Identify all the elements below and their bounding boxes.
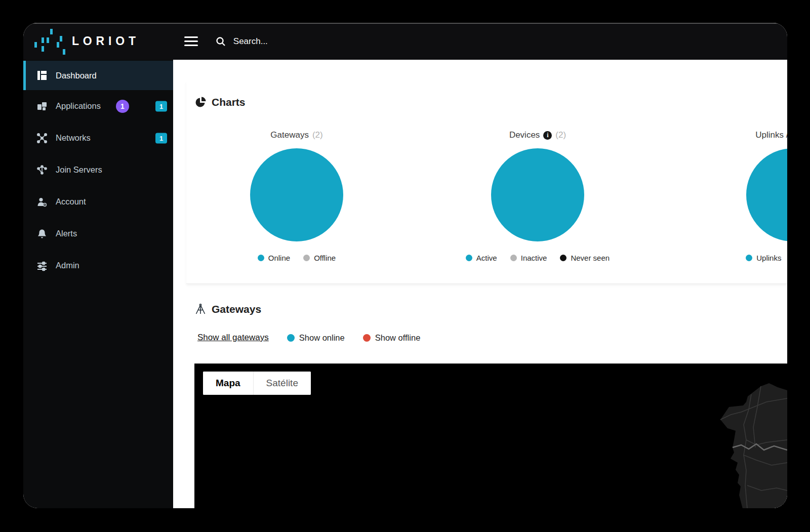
chart-title: Gateways(2) bbox=[270, 130, 322, 141]
search-box[interactable] bbox=[215, 36, 366, 47]
pie-chart-icon bbox=[194, 96, 207, 108]
sidebar-item-networks[interactable]: Networks1 bbox=[23, 122, 173, 154]
charts-panel: Charts Gateways(2)OnlineOfflineDevicesi(… bbox=[186, 81, 787, 284]
chart-uplinks-downlinks: Uplinks / DownlinksUplinksDownlinks bbox=[717, 130, 787, 262]
sidebar-item-label: Admin bbox=[56, 261, 79, 270]
search-input[interactable] bbox=[232, 36, 366, 47]
sidebar-item-label: Applications bbox=[56, 101, 101, 111]
offline-dot-icon bbox=[363, 334, 371, 342]
map-tab-satellite[interactable]: Satélite bbox=[253, 372, 311, 395]
show-offline-toggle[interactable]: Show offline bbox=[363, 333, 421, 343]
chart-count: (2) bbox=[555, 130, 566, 140]
legend-dot-icon bbox=[466, 255, 472, 261]
chart-title: Devicesi(2) bbox=[509, 130, 566, 141]
dashboard-icon bbox=[36, 69, 48, 81]
networks-icon bbox=[36, 132, 48, 144]
sidebar-item-dashboard[interactable]: Dashboard bbox=[23, 61, 173, 90]
pie-graphic bbox=[250, 148, 343, 241]
legend-item: Online bbox=[258, 254, 290, 262]
loriot-logo-icon bbox=[32, 27, 68, 55]
chart-legend: UplinksDownlinks bbox=[739, 254, 787, 262]
chart-devices: Devicesi(2)ActiveInactiveNever seen bbox=[462, 130, 614, 262]
sidebar-item-alerts[interactable]: Alerts bbox=[23, 218, 173, 250]
chart-legend: ActiveInactiveNever seen bbox=[459, 254, 616, 262]
chart-count: (2) bbox=[312, 130, 323, 140]
charts-panel-header: Charts bbox=[194, 96, 787, 108]
gateways-panel: Gateways Show all gateways Show online S… bbox=[186, 296, 787, 508]
account-icon bbox=[36, 196, 48, 208]
charts-panel-title: Charts bbox=[212, 96, 246, 108]
sidebar-item-account[interactable]: Account bbox=[23, 186, 173, 218]
legend-item: Offline bbox=[303, 254, 336, 262]
legend-item: Inactive bbox=[510, 254, 547, 262]
info-icon[interactable]: i bbox=[543, 131, 552, 140]
sidebar-item-label: Dashboard bbox=[56, 71, 97, 80]
topbar: LORIOT bbox=[23, 23, 787, 60]
app-window: LORIOT DashboardApplications11Networks1J… bbox=[23, 23, 787, 508]
show-online-toggle[interactable]: Show online bbox=[287, 333, 345, 343]
brand-wordmark: LORIOT bbox=[72, 34, 140, 48]
legend-item: Uplinks bbox=[746, 254, 781, 262]
legend-dot-icon bbox=[510, 255, 517, 261]
hamburger-menu-icon[interactable] bbox=[181, 31, 201, 52]
chart-legend: OnlineOffline bbox=[251, 254, 342, 262]
legend-item: Active bbox=[466, 254, 497, 262]
sidebar-item-label: Join Servers bbox=[56, 165, 102, 175]
legend-dot-icon bbox=[303, 255, 310, 261]
count-tag-badge: 1 bbox=[155, 101, 167, 111]
chart-title: Uplinks / Downlinks bbox=[755, 130, 787, 141]
pie-graphic bbox=[491, 148, 584, 241]
sidebar-item-admin[interactable]: Admin bbox=[23, 250, 173, 281]
sidebar-item-label: Networks bbox=[56, 133, 91, 143]
main-content: Charts Gateways(2)OnlineOfflineDevicesi(… bbox=[173, 60, 787, 508]
map-canvas[interactable]: Mapa Satélite bbox=[194, 363, 787, 508]
legend-item: Never seen bbox=[560, 254, 610, 262]
sidebar-item-label: Account bbox=[56, 197, 86, 207]
online-dot-icon bbox=[287, 334, 295, 342]
count-tag-badge: 1 bbox=[155, 133, 167, 143]
sidebar-item-applications[interactable]: Applications11 bbox=[23, 90, 173, 122]
sidebar-item-label: Alerts bbox=[56, 229, 77, 238]
map-type-control: Mapa Satélite bbox=[203, 372, 311, 395]
chart-gateways: Gateways(2)OnlineOffline bbox=[221, 130, 373, 262]
gateways-panel-title: Gateways bbox=[212, 303, 261, 315]
map-tab-mapa[interactable]: Mapa bbox=[203, 372, 253, 395]
legend-dot-icon bbox=[258, 255, 264, 261]
search-icon bbox=[215, 36, 226, 47]
notification-badge: 1 bbox=[116, 100, 129, 113]
sidebar: DashboardApplications11Networks1Join Ser… bbox=[23, 60, 173, 508]
legend-dot-icon bbox=[746, 255, 752, 261]
gateways-panel-header: Gateways bbox=[194, 303, 787, 315]
join-servers-icon bbox=[36, 164, 48, 176]
bell-icon bbox=[36, 228, 48, 240]
pie-graphic bbox=[746, 148, 787, 241]
sidebar-item-join-servers[interactable]: Join Servers bbox=[23, 154, 173, 186]
sliders-icon bbox=[36, 260, 48, 272]
brand: LORIOT bbox=[32, 27, 140, 55]
antenna-icon bbox=[194, 303, 207, 315]
screenshot-backdrop: LORIOT DashboardApplications11Networks1J… bbox=[0, 0, 810, 532]
gateways-legend-row: Show all gateways Show online Show offli… bbox=[197, 333, 787, 343]
legend-dot-icon bbox=[560, 255, 566, 261]
applications-icon bbox=[36, 100, 48, 112]
show-all-gateways-link[interactable]: Show all gateways bbox=[197, 333, 269, 343]
